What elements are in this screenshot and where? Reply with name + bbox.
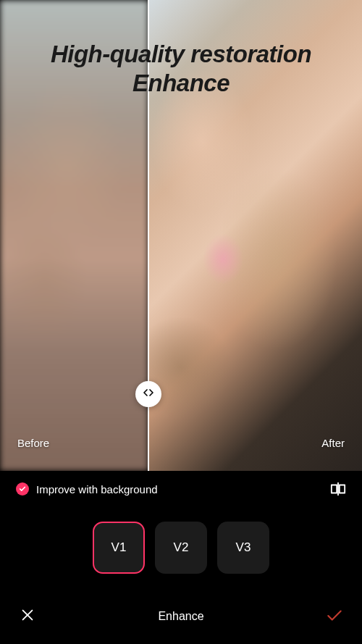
controls-panel: Improve with background V1 V2 V3 bbox=[0, 471, 362, 644]
version-v2-button[interactable]: V2 bbox=[155, 522, 207, 574]
checkmark-confirm-icon bbox=[325, 606, 344, 627]
version-v3-button[interactable]: V3 bbox=[217, 522, 269, 574]
improve-background-toggle[interactable]: Improve with background bbox=[16, 482, 158, 495]
after-label: After bbox=[321, 437, 345, 449]
comparison-image-area: High-quality restoration Enhance Before … bbox=[0, 0, 362, 471]
version-selector: V1 V2 V3 bbox=[0, 504, 362, 591]
version-label: V1 bbox=[111, 540, 127, 555]
compare-icon bbox=[330, 487, 346, 499]
option-row: Improve with background bbox=[0, 471, 362, 504]
headline: High-quality restoration Enhance bbox=[0, 40, 362, 97]
before-label: Before bbox=[17, 437, 49, 449]
compare-button[interactable] bbox=[330, 481, 346, 497]
checkmark-icon bbox=[16, 482, 29, 495]
comparison-slider-handle[interactable] bbox=[135, 381, 161, 407]
slider-arrows-icon bbox=[143, 387, 154, 401]
close-icon bbox=[20, 607, 35, 626]
bottom-bar: Enhance bbox=[0, 593, 362, 644]
version-label: V3 bbox=[236, 540, 251, 555]
svg-rect-0 bbox=[332, 485, 337, 493]
version-label: V2 bbox=[174, 540, 189, 555]
improve-background-label: Improve with background bbox=[36, 483, 158, 495]
headline-line2: Enhance bbox=[14, 69, 348, 98]
headline-line1: High-quality restoration bbox=[14, 40, 348, 69]
confirm-button[interactable] bbox=[324, 606, 345, 627]
close-button[interactable] bbox=[17, 606, 38, 627]
svg-rect-1 bbox=[340, 485, 345, 493]
bottom-title: Enhance bbox=[158, 610, 203, 623]
version-v1-button[interactable]: V1 bbox=[93, 522, 145, 574]
